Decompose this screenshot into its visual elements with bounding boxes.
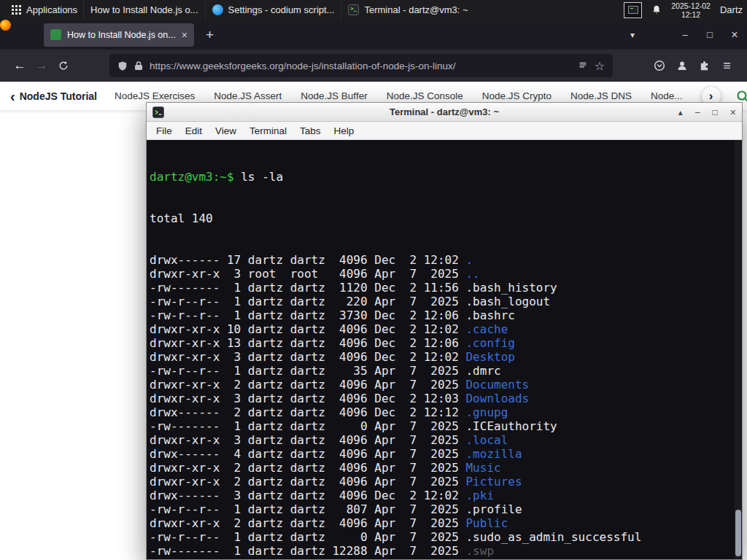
site-nav-link[interactable]: Node.JS Console [387, 90, 463, 101]
terminal-output-line: -rw------- 1 dartz dartz 0 Apr 7 2025 .I… [150, 419, 733, 433]
list-all-tabs-icon[interactable]: ▾ [630, 30, 635, 40]
terminal-output-line: drwx------ 3 dartz dartz 4096 Dec 2 12:0… [150, 489, 733, 502]
panel-clock[interactable]: 2025-12-02 12:12 [671, 1, 711, 19]
directory-name: Public [465, 516, 508, 530]
terminal-prompt-line: dartz@vm3:~$ ls -la [150, 170, 733, 184]
menu-icon[interactable]: ≡ [716, 58, 738, 74]
terminal-output-line: drwxr-xr-x 3 dartz dartz 4096 Apr 7 2025… [150, 433, 733, 447]
terminal-launcher-button[interactable] [624, 2, 642, 18]
nav-scroll-left-icon[interactable]: ‹ [10, 89, 15, 104]
clock-date: 2025-12-02 [671, 1, 711, 10]
terminal-launcher-icon [628, 6, 638, 14]
browser-tab-bar: How to Install Node.js on... × + ▾ – □ × [0, 20, 747, 50]
browser-toolbar: ← → https://www.geeksforgeeks.org/node-j… [0, 50, 747, 82]
window-close-button[interactable]: × [722, 28, 747, 42]
notifications-bell-icon[interactable] [651, 4, 662, 15]
file-name: .bash_logout [465, 295, 550, 308]
terminal-output-line: -rw-r--r-- 1 dartz dartz 220 Apr 7 2025 … [150, 295, 733, 308]
terminal-scrollbar[interactable] [735, 140, 742, 559]
browser-tab[interactable]: How to Install Node.js on... × [44, 23, 194, 47]
site-nav-link[interactable]: NodeJS Exercises [115, 90, 195, 101]
terminal-output-line: drwxr-xr-x 13 dartz dartz 4096 Dec 2 12:… [150, 336, 733, 350]
menu-tabs[interactable]: Tabs [293, 125, 328, 136]
taskbar-item-label: Settings - codium script... [228, 4, 335, 15]
terminal-window-title: Terminal - dartz@vm3: ~ [147, 106, 742, 117]
lock-icon[interactable] [134, 61, 143, 71]
window-minimize-button[interactable]: – [673, 29, 697, 40]
directory-name: .local [465, 433, 508, 447]
url-bar[interactable]: https://www.geeksforgeeks.org/node-js/in… [109, 54, 613, 77]
terminal-app-icon [152, 106, 164, 118]
site-nav-link[interactable]: Node.JS Assert [214, 90, 282, 101]
directory-name: Templates [465, 558, 529, 559]
applications-menu-button[interactable]: Applications [6, 0, 83, 20]
terminal-output-line: -rw-r--r-- 1 dartz dartz 35 Apr 7 2025 .… [150, 364, 733, 378]
directory-name: .pki [465, 489, 494, 502]
menu-view[interactable]: View [209, 125, 243, 136]
terminal-output-line: drwxr-xr-x 2 dartz dartz 4096 Apr 7 2025… [150, 475, 733, 489]
terminal-menu-bar: File Edit View Terminal Tabs Help [147, 122, 742, 140]
terminal-output-line: drwx------ 17 dartz dartz 4096 Dec 2 12:… [150, 253, 733, 267]
terminal-output-line: -rw------- 1 dartz dartz 12288 Apr 7 202… [150, 544, 733, 558]
file-name: .sudo_as_admin_successful [465, 530, 641, 544]
terminal-output-line: drwxr-xr-x 10 dartz dartz 4096 Dec 2 12:… [150, 322, 733, 336]
taskbar-item-codium[interactable]: Settings - codium script... [205, 0, 341, 20]
file-name: .bashrc [465, 308, 514, 322]
terminal-total-line: total 140 [150, 211, 733, 225]
taskbar-item-terminal[interactable]: Terminal - dartz@vm3: ~ [341, 0, 474, 20]
reader-view-icon[interactable] [578, 61, 588, 71]
search-icon[interactable] [735, 89, 747, 104]
directory-name: .gnupg [465, 405, 508, 419]
bookmark-star-icon[interactable]: ☆ [595, 59, 605, 73]
reload-button[interactable] [53, 55, 74, 77]
site-nav-link[interactable]: Node... [651, 90, 683, 101]
menu-help[interactable]: Help [328, 125, 361, 136]
pocket-icon[interactable] [648, 60, 670, 71]
terminal-output-line: drwxr-xr-x 3 dartz dartz 4096 Dec 2 12:0… [150, 392, 733, 405]
terminal-title-bar[interactable]: Terminal - dartz@vm3: ~ ▴ – □ × [147, 103, 742, 122]
terminal-output-line: drwxr-xr-x 2 dartz dartz 4096 Apr 7 2025… [150, 516, 733, 530]
terminal-icon [348, 4, 359, 15]
directory-name: .config [465, 336, 514, 350]
menu-file[interactable]: File [150, 125, 179, 136]
tracking-shield-icon[interactable] [117, 61, 128, 71]
terminal-output-line: drwxr-xr-x 2 dartz dartz 4096 Apr 7 2025… [150, 461, 733, 475]
site-nav-link[interactable]: Node.JS Crypto [482, 90, 551, 101]
account-icon[interactable] [670, 60, 693, 71]
panel-username[interactable]: Dartz [720, 4, 743, 15]
terminal-output-line: -rw-r--r-- 1 dartz dartz 3730 Dec 2 12:0… [150, 308, 733, 322]
terminal-close-button[interactable]: × [730, 107, 736, 117]
site-nav-active-item[interactable]: NodeJS Tutorial [20, 90, 97, 102]
terminal-window-controls: ▴ – □ × [678, 107, 736, 117]
new-tab-button[interactable]: + [206, 27, 214, 43]
applications-grid-icon [12, 5, 21, 15]
site-favicon [50, 29, 61, 40]
terminal-output-line: drwx------ 2 dartz dartz 4096 Dec 2 12:1… [150, 405, 733, 419]
directory-name: Desktop [465, 350, 514, 364]
site-nav-link[interactable]: Node.JS Buffer [301, 90, 367, 101]
terminal-output-line: drwxr-xr-x 3 root root 4096 Apr 7 2025 .… [150, 267, 733, 281]
scrollbar-thumb[interactable] [735, 510, 741, 556]
menu-edit[interactable]: Edit [179, 125, 209, 136]
top-panel: Applications How to Install Node.js o...… [0, 0, 747, 20]
terminal-rollup-button[interactable]: ▴ [678, 108, 683, 117]
terminal-listing: drwx------ 17 dartz dartz 4096 Dec 2 12:… [150, 253, 733, 559]
directory-name: . [465, 253, 473, 267]
applications-label: Applications [26, 4, 77, 15]
back-button[interactable]: ← [9, 55, 31, 77]
menu-terminal[interactable]: Terminal [243, 125, 293, 136]
forward-button[interactable]: → [31, 55, 53, 77]
extensions-icon[interactable] [693, 61, 716, 71]
taskbar-item-label: Terminal - dartz@vm3: ~ [364, 4, 468, 15]
taskbar-item-browser[interactable]: How to Install Node.js o... [83, 0, 204, 20]
codium-icon [212, 4, 223, 15]
terminal-minimize-button[interactable]: – [695, 108, 700, 117]
directory-name: Music [465, 461, 500, 475]
tab-close-icon[interactable]: × [182, 29, 187, 41]
site-nav-link[interactable]: Node.JS DNS [570, 90, 632, 101]
terminal-window: Terminal - dartz@vm3: ~ ▴ – □ × File Edi… [146, 102, 743, 560]
terminal-maximize-button[interactable]: □ [713, 108, 718, 117]
window-maximize-button[interactable]: □ [697, 29, 722, 40]
terminal-command: ls -la [234, 170, 283, 184]
terminal-output[interactable]: dartz@vm3:~$ ls -la total 140 drwx------… [147, 140, 742, 559]
